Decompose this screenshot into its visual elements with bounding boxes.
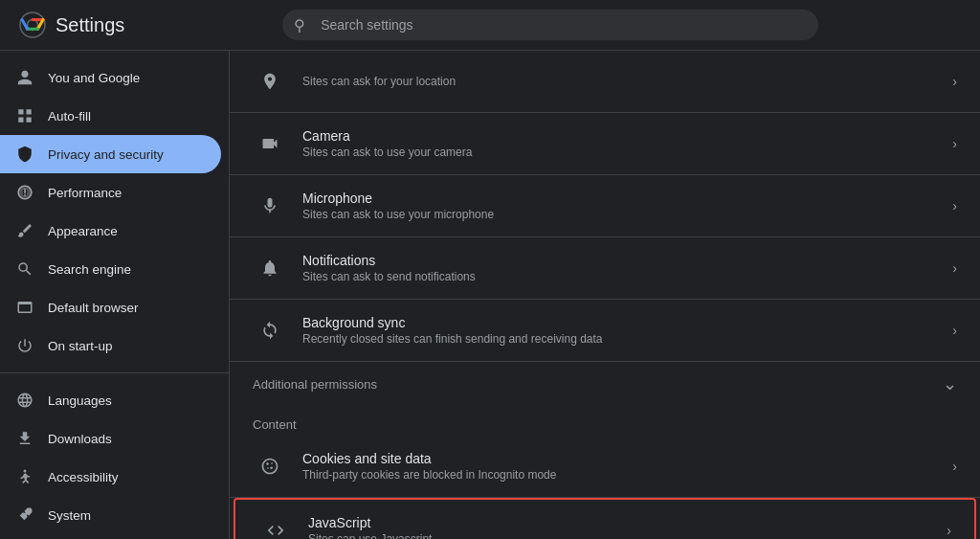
microphone-title: Microphone	[302, 191, 952, 206]
svg-point-5	[267, 467, 269, 469]
sidebar-divider	[0, 372, 229, 373]
sidebar-item-on-startup[interactable]: On start-up	[0, 326, 221, 365]
sidebar-item-label: System	[48, 508, 91, 523]
page-title: Settings	[56, 14, 124, 36]
camera-title: Camera	[302, 128, 952, 144]
settings-row-background-sync[interactable]: Background sync Recently closed sites ca…	[230, 300, 980, 362]
browser-icon	[15, 298, 34, 317]
svg-point-4	[270, 466, 273, 469]
sidebar-item-label: You and Google	[48, 71, 140, 85]
accessibility-icon	[15, 467, 34, 486]
svg-point-3	[266, 462, 269, 465]
background-sync-title: Background sync	[302, 315, 952, 330]
chrome-icon	[19, 11, 46, 38]
download-icon	[15, 429, 34, 448]
header-logo: Settings	[19, 11, 124, 38]
sidebar-item-label: Privacy and security	[48, 147, 164, 162]
sidebar-item-languages[interactable]: Languages	[0, 381, 221, 419]
settings-row-cookies[interactable]: Cookies and site data Third-party cookie…	[230, 436, 980, 498]
background-sync-subtitle: Recently closed sites can finish sending…	[302, 332, 952, 346]
additional-permissions-chevron-icon: ⌄	[943, 373, 957, 394]
sidebar-item-label: Accessibility	[48, 470, 119, 484]
additional-permissions-label: Additional permissions	[253, 377, 377, 392]
header: Settings ⚲	[0, 0, 980, 51]
code-icon	[258, 513, 293, 539]
main-layout: You and Google Auto-fill Privacy and sec…	[0, 51, 980, 539]
sidebar-item-label: Downloads	[48, 432, 112, 446]
search-input[interactable]	[282, 10, 818, 40]
settings-row-javascript[interactable]: JavaScript Sites can use Javascript ›	[234, 498, 976, 539]
sidebar-item-accessibility[interactable]: Accessibility	[0, 458, 221, 496]
svg-point-2	[24, 470, 27, 473]
sidebar-item-label: Auto-fill	[48, 109, 91, 124]
microphone-arrow-icon: ›	[952, 198, 957, 213]
notifications-title: Notifications	[302, 253, 952, 268]
cookies-subtitle: Third-party cookies are blocked in Incog…	[302, 468, 952, 482]
settings-row-camera[interactable]: Camera Sites can ask to use your camera …	[230, 113, 980, 175]
person-icon	[15, 68, 34, 87]
microphone-subtitle: Sites can ask to use your microphone	[302, 208, 952, 221]
sidebar-item-autofill[interactable]: Auto-fill	[0, 97, 221, 135]
additional-permissions-header[interactable]: Additional permissions ⌄	[230, 362, 980, 406]
sidebar-item-system[interactable]: System	[0, 496, 221, 534]
location-arrow-icon: ›	[952, 74, 957, 89]
javascript-subtitle: Sites can use Javascript	[308, 532, 947, 539]
sidebar-item-appearance[interactable]: Appearance	[0, 212, 221, 250]
background-sync-arrow-icon: ›	[952, 323, 957, 338]
javascript-title: JavaScript	[308, 515, 947, 530]
microphone-icon	[253, 189, 287, 223]
sidebar-item-privacy-and-security[interactable]: Privacy and security	[0, 135, 221, 173]
sidebar: You and Google Auto-fill Privacy and sec…	[0, 51, 230, 539]
search-bar: ⚲	[282, 10, 818, 40]
sidebar-item-default-browser[interactable]: Default browser	[0, 288, 221, 326]
sidebar-item-downloads[interactable]: Downloads	[0, 419, 221, 458]
bell-icon	[253, 251, 287, 285]
location-icon	[253, 64, 287, 99]
wrench-icon	[15, 505, 34, 525]
sidebar-item-label: Languages	[48, 393, 112, 408]
grid-icon	[15, 106, 34, 125]
brush-icon	[15, 221, 34, 240]
sidebar-item-label: Performance	[48, 186, 122, 200]
svg-point-6	[271, 462, 273, 464]
sidebar-item-performance[interactable]: Performance	[0, 173, 221, 212]
sidebar-item-reset-settings[interactable]: Reset settings	[0, 534, 221, 539]
settings-row-microphone[interactable]: Microphone Sites can ask to use your mic…	[230, 175, 980, 237]
sync-icon	[253, 313, 287, 348]
sidebar-item-label: On start-up	[48, 339, 113, 353]
notifications-subtitle: Sites can ask to send notifications	[302, 270, 952, 283]
sidebar-item-you-and-google[interactable]: You and Google	[0, 58, 221, 97]
camera-icon	[253, 126, 287, 161]
shield-icon	[15, 145, 34, 164]
settings-row-location[interactable]: Sites can ask for your location ›	[230, 51, 980, 113]
sidebar-item-label: Search engine	[48, 262, 131, 277]
sidebar-item-label: Default browser	[48, 301, 139, 315]
sidebar-item-search-engine[interactable]: Search engine	[0, 250, 221, 288]
search-circle-icon	[15, 259, 34, 279]
notifications-arrow-icon: ›	[952, 260, 957, 276]
gauge-icon	[15, 183, 34, 202]
content-section-label: Content	[230, 406, 980, 436]
sidebar-item-label: Appearance	[48, 224, 118, 238]
settings-row-notifications[interactable]: Notifications Sites can ask to send noti…	[230, 237, 980, 300]
power-icon	[15, 336, 34, 355]
location-subtitle: Sites can ask for your location	[302, 75, 952, 88]
cookie-icon	[253, 449, 287, 483]
camera-arrow-icon: ›	[952, 136, 957, 151]
globe-icon	[15, 391, 34, 410]
content-area: Sites can ask for your location › Camera…	[230, 51, 980, 539]
search-icon: ⚲	[294, 16, 305, 34]
cookies-arrow-icon: ›	[952, 459, 957, 474]
cookies-title: Cookies and site data	[302, 451, 952, 466]
camera-subtitle: Sites can ask to use your camera	[302, 146, 952, 159]
javascript-arrow-icon: ›	[947, 523, 951, 538]
